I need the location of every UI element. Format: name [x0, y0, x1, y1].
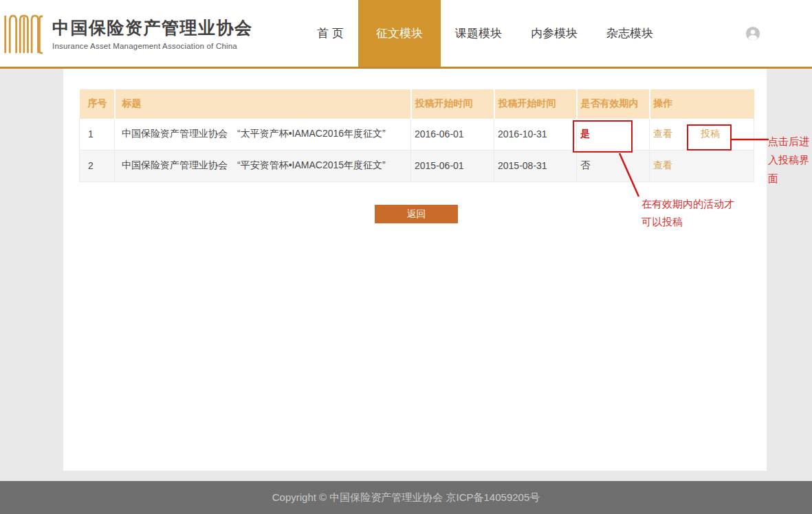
site-footer: Copyright © 中国保险资产管理业协会 京ICP备14059205号 [0, 481, 812, 514]
col-header-end-time: 投稿开始时间 [494, 89, 577, 118]
cell-start-date: 2015-06-01 [411, 150, 494, 181]
cell-validity: 是 [577, 118, 650, 150]
nav-item-essay-module[interactable]: 征文模块 [358, 0, 441, 67]
cell-end-date: 2015-08-31 [494, 150, 577, 181]
col-header-actions: 操作 [650, 89, 754, 118]
site-header: 中国保险资产管理业协会 Insurance Asset Management A… [0, 0, 812, 69]
main-nav: 首 页 征文模块 课题模块 内参模块 杂志模块 [303, 0, 668, 67]
submit-link[interactable]: 投稿 [701, 128, 720, 139]
table-row-2: 2 中国保险资产管理业协会 “平安资管杯•IAMAC2015年度征文” 2015… [80, 150, 754, 181]
logo-title-zh: 中国保险资产管理业协会 [52, 16, 253, 39]
user-avatar-icon[interactable] [745, 26, 760, 41]
essay-module-page: { "header": { "logo": { "monogram": "IAM… [0, 0, 812, 514]
view-link[interactable]: 查看 [653, 159, 672, 170]
back-button[interactable]: 返回 [375, 205, 458, 223]
nav-item-internal-ref-module[interactable]: 内参模块 [516, 0, 592, 67]
site-logo[interactable]: 中国保险资产管理业协会 Insurance Asset Management A… [2, 0, 253, 67]
nav-item-magazine-module[interactable]: 杂志模块 [592, 0, 668, 67]
cell-seq: 1 [80, 118, 115, 150]
cell-seq: 2 [80, 150, 115, 181]
cell-actions: 查看 投稿 [650, 118, 754, 150]
col-header-validity: 是否有效期内 [577, 89, 650, 118]
cell-start-date: 2016-06-01 [411, 118, 494, 150]
logo-text: 中国保险资产管理业协会 Insurance Asset Management A… [52, 16, 253, 50]
copyright-text: Copyright © 中国保险资产管理业协会 京ICP备14059205号 [272, 491, 540, 504]
content-card: 序号 标题 投稿开始时间 投稿开始时间 是否有效期内 操作 1 中国保险资产管理… [63, 69, 767, 471]
col-header-start-time: 投稿开始时间 [411, 89, 494, 118]
essay-activity-table: 序号 标题 投稿开始时间 投稿开始时间 是否有效期内 操作 1 中国保险资产管理… [79, 89, 754, 182]
nav-item-topic-module[interactable]: 课题模块 [441, 0, 516, 67]
page-background: 序号 标题 投稿开始时间 投稿开始时间 是否有效期内 操作 1 中国保险资产管理… [0, 69, 812, 481]
cell-validity: 否 [577, 150, 650, 181]
cell-end-date: 2016-10-31 [494, 118, 577, 150]
cell-actions: 查看 [650, 150, 754, 181]
col-header-seq: 序号 [80, 89, 115, 118]
table-row-1: 1 中国保险资产管理业协会 “太平资产杯•IAMAC2016年度征文” 2016… [80, 118, 754, 150]
view-link[interactable]: 查看 [653, 128, 672, 139]
nav-item-home[interactable]: 首 页 [303, 0, 358, 67]
logo-title-en: Insurance Asset Management Association o… [52, 42, 253, 50]
col-header-title: 标题 [115, 89, 411, 118]
table-header-row: 序号 标题 投稿开始时间 投稿开始时间 是否有效期内 操作 [80, 89, 754, 118]
iamac-monogram-icon [2, 10, 43, 59]
cell-title: 中国保险资产管理业协会 “平安资管杯•IAMAC2015年度征文” [115, 150, 411, 181]
cell-title: 中国保险资产管理业协会 “太平资产杯•IAMAC2016年度征文” [115, 118, 411, 150]
